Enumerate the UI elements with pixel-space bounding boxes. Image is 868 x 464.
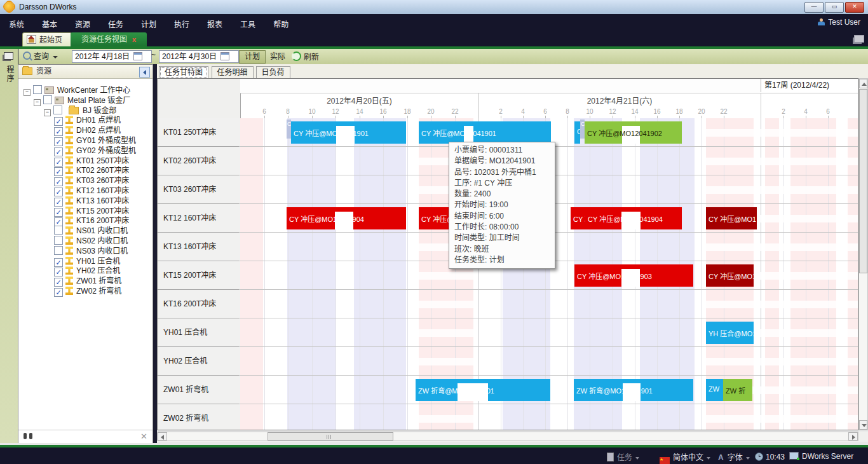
tree-item-KT02[interactable]: ✓KT02 260T冲床	[54, 164, 129, 174]
task-bar[interactable]: CY 冲压@MO12041902	[585, 121, 682, 144]
tree-item-KT03[interactable]: ✓KT03 260T冲床	[54, 174, 129, 184]
task-bar[interactable]: ZW 折弯@MO12041901	[416, 379, 550, 401]
horizontal-scroll-thumb[interactable]	[268, 432, 393, 440]
window-list-icon[interactable]	[854, 35, 864, 43]
plan-button[interactable]: 计划	[239, 50, 266, 64]
menu-item-2[interactable]: 资源	[66, 14, 99, 32]
tree-checkbox[interactable]	[53, 106, 62, 114]
tree-item-KT15[interactable]: ✓KT15 200T冲床	[54, 205, 129, 215]
menu-item-4[interactable]: 计划	[132, 14, 165, 32]
tree-checkbox[interactable]	[54, 236, 63, 245]
tree-expander-icon[interactable]: −	[24, 89, 31, 96]
scroll-down-button[interactable]	[859, 420, 867, 430]
tree-expander-icon[interactable]: −	[44, 109, 51, 116]
tree-item-YH02[interactable]: ✓YH02 压合机	[54, 264, 120, 275]
task-bar[interactable]: CY 冲压@MO12041903	[574, 264, 693, 287]
task-bar[interactable]: C	[580, 119, 585, 139]
task-bar[interactable]: CY 冲压@MO1	[706, 207, 757, 229]
menu-item-1[interactable]: 基本	[33, 14, 66, 32]
task-bar[interactable]: CY 冲压@MO12041904	[287, 207, 406, 229]
resource-panel-title: 资源	[36, 67, 51, 76]
query-dropdown-icon[interactable]	[53, 56, 58, 58]
horizontal-scrollbar[interactable]	[157, 432, 858, 441]
tree-item-BJ[interactable]: −BJ 钣金部	[44, 104, 116, 114]
tree-item-NS01[interactable]: NS01 内收口机	[54, 224, 128, 235]
menu-item-7[interactable]: 工具	[231, 14, 264, 32]
menu-item-8[interactable]: 帮助	[264, 14, 297, 32]
date-from-field[interactable]: 2012年 4月18日	[72, 50, 152, 63]
tree-checkbox[interactable]	[54, 246, 63, 255]
task-bar[interactable]: CY 冲压@MO12041901	[291, 121, 406, 144]
view-tab-1[interactable]: 任务明细	[212, 66, 254, 78]
tree-item-NS02[interactable]: NS02 内收口机	[54, 235, 128, 245]
tree-item-DH01[interactable]: ✓DH01 点焊机	[54, 114, 121, 124]
task-bar[interactable]: CY 冲压@MO1	[706, 264, 754, 287]
collapsed-panel-strip[interactable]: 程序	[0, 49, 18, 443]
task-bar[interactable]: YH 压合@MO1	[706, 322, 754, 344]
tree-item-KT13[interactable]: ✓KT13 160T冲床	[54, 194, 129, 205]
tree-item-NS03[interactable]: NS03 内收口机	[54, 245, 128, 255]
tab-resource-task-view[interactable]: 资源任务视图x	[71, 32, 147, 46]
tree-item-YH01[interactable]: ✓YH01 压合机	[54, 255, 120, 265]
tree-item-WorkCenter[interactable]: −WorkCenter 工作中心	[24, 84, 130, 94]
folder-icon	[22, 67, 32, 75]
close-button[interactable]: ✕	[845, 2, 864, 13]
tree-item-ZW02[interactable]: ✓ZW02 折弯机	[54, 285, 121, 295]
tree-checkbox[interactable]: ✓	[54, 288, 63, 297]
tree-checkbox[interactable]	[33, 85, 42, 94]
tree-expander-icon[interactable]: −	[34, 99, 41, 106]
tree-checkbox[interactable]	[54, 226, 63, 235]
font-dropdown-icon[interactable]	[746, 457, 750, 460]
tree-item-KT16[interactable]: ✓KT16 200T冲床	[54, 214, 129, 224]
task-bar[interactable]: CY 冲	[571, 207, 585, 229]
date-to-field[interactable]: 2012年 4月30日	[159, 50, 239, 63]
task-bar[interactable]: ZW 折弯@MO12041901	[574, 379, 693, 401]
program-panel-icon	[4, 52, 13, 60]
task-bar[interactable]: CY 冲压@MO12041901	[419, 121, 551, 144]
tree-item-ZW01[interactable]: ✓ZW01 折弯机	[54, 275, 121, 285]
menu-item-5[interactable]: 执行	[165, 14, 198, 32]
find-icon[interactable]	[24, 433, 32, 439]
status-language[interactable]: ★简体中文	[660, 451, 710, 463]
calendar-icon[interactable]	[133, 52, 142, 60]
resource-tree: −WorkCenter 工作中心−Metal Plate 钣金厂−BJ 钣金部✓…	[18, 80, 153, 430]
query-button[interactable]: 查询	[23, 50, 58, 63]
task-bar[interactable]: ZW	[706, 379, 723, 401]
tree-item-GY02[interactable]: ✓GY02 外桶成型机	[54, 144, 136, 154]
view-tab-0[interactable]: 任务甘特图	[159, 66, 208, 79]
panel-collapse-button[interactable]	[139, 67, 150, 78]
status-task[interactable]: 任务	[607, 451, 639, 462]
status-font[interactable]: A字体	[718, 451, 750, 462]
tree-item-DH02[interactable]: ✓DH02 点焊机	[54, 124, 121, 134]
tree-checkbox[interactable]	[43, 95, 52, 104]
view-tab-2[interactable]: 日负荷	[256, 66, 290, 78]
vertical-scrollbar[interactable]	[858, 78, 868, 430]
menu-item-6[interactable]: 报表	[198, 14, 231, 32]
menu-item-3[interactable]: 任务	[99, 14, 132, 32]
calendar-icon[interactable]	[220, 52, 229, 60]
refresh-button[interactable]: 刷新	[292, 50, 319, 63]
task-dropdown-icon[interactable]	[635, 457, 639, 460]
tab-close-icon[interactable]: x	[132, 36, 136, 43]
tree-item-GY01[interactable]: ✓GY01 外桶成型机	[54, 134, 136, 144]
tree-item-KT12[interactable]: ✓KT12 160T冲床	[54, 184, 129, 194]
actual-button[interactable]: 实际	[264, 50, 291, 64]
task-bar[interactable]: ZW 折	[723, 379, 752, 401]
tree-item-KT01[interactable]: ✓KT01 250T冲床	[54, 154, 129, 165]
task-bar[interactable]: C	[574, 121, 580, 144]
home-icon	[27, 35, 36, 44]
minimize-button[interactable]: —	[804, 2, 824, 13]
restore-button[interactable]: ▭	[825, 2, 844, 13]
user-box[interactable]: Test User	[818, 18, 860, 27]
menu-item-0[interactable]: 系统	[0, 14, 33, 32]
language-dropdown-icon[interactable]	[707, 457, 710, 460]
tab-home-page[interactable]: 起始页	[22, 32, 72, 47]
vertical-scroll-thumb[interactable]	[859, 89, 867, 273]
clear-icon[interactable]: ✕	[140, 432, 147, 441]
tree-item-Metal[interactable]: −Metal Plate 钣金厂	[34, 94, 130, 104]
scroll-right-button[interactable]	[848, 432, 858, 440]
scroll-up-button[interactable]	[859, 79, 867, 88]
scroll-left-button[interactable]	[158, 432, 167, 440]
task-bar[interactable]: CY 冲压@MO12041904	[585, 207, 682, 229]
task-bar[interactable]: C	[287, 119, 291, 139]
